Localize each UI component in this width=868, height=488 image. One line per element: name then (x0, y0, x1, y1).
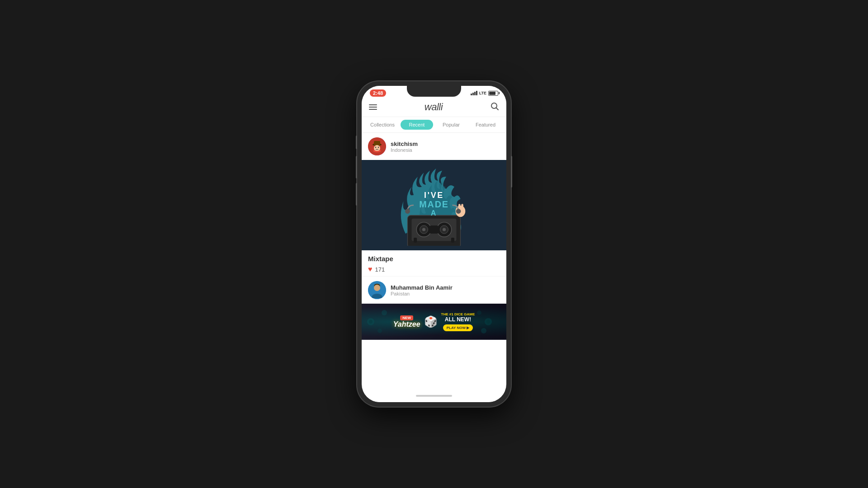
ad-cta-button[interactable]: PLAY NOW ▶ (443, 324, 473, 331)
svg-point-30 (374, 285, 380, 291)
tab-collections[interactable]: Collections (366, 120, 399, 130)
signal-icon (471, 91, 477, 95)
svg-point-27 (456, 209, 461, 214)
ad-brand-section: NEW Yahtzee (393, 315, 420, 328)
svg-text:I'VE: I'VE (424, 191, 444, 200)
post-author-row[interactable]: skitchism Indonesia (362, 133, 506, 160)
phone-screen: 2:48 LTE walli (362, 86, 506, 402)
username-2: Muhammad Bin Aamir (391, 284, 453, 291)
wallpaper-image[interactable]: I'VE MADE A (362, 160, 506, 250)
svg-point-5 (374, 145, 380, 151)
svg-rect-4 (374, 141, 380, 145)
yahtzee-ad-content: NEW Yahtzee 🎲 THE #1 DICE GAME ALL NEW! … (362, 304, 506, 340)
ad-tagline1: THE #1 DICE GAME (441, 312, 475, 316)
heart-icon[interactable]: ♥ (368, 265, 373, 273)
avatar (368, 137, 386, 155)
post2-author-row[interactable]: Muhammad Bin Aamir Pakistan (362, 276, 506, 304)
volume-down-button[interactable] (356, 183, 357, 206)
home-indicator (362, 391, 506, 402)
tab-recent[interactable]: Recent (401, 120, 433, 130)
like-count: 171 (375, 266, 385, 273)
svg-point-38 (477, 310, 481, 315)
battery-level (489, 92, 495, 95)
ad-banner[interactable]: NEW Yahtzee 🎲 THE #1 DICE GAME ALL NEW! … (362, 304, 506, 340)
svg-point-26 (405, 209, 410, 214)
username: skitchism (391, 141, 418, 147)
like-row: ♥ 171 (368, 265, 500, 273)
user2-info: Muhammad Bin Aamir Pakistan (391, 284, 453, 296)
tab-featured[interactable]: Featured (469, 120, 502, 130)
time-display: 2:48 (370, 89, 386, 97)
svg-text:A: A (431, 209, 437, 217)
app-logo: walli (425, 101, 443, 113)
svg-text:MIXTAPE: MIXTAPE (403, 244, 464, 246)
wallpaper-title: Mixtape (368, 255, 500, 263)
svg-point-7 (378, 147, 379, 148)
svg-point-32 (369, 320, 373, 324)
ad-tagline2: ALL NEW! (445, 316, 471, 323)
user-location: Indonesia (391, 147, 418, 153)
svg-text:MADE: MADE (419, 199, 448, 209)
svg-point-37 (377, 328, 382, 333)
svg-point-6 (375, 147, 376, 148)
svg-rect-19 (451, 238, 454, 243)
power-button[interactable] (511, 156, 512, 188)
ad-dice-icon: 🎲 (424, 315, 438, 328)
status-bar: 2:48 LTE (362, 86, 506, 99)
post-info-row: Mixtape ♥ 171 (362, 250, 506, 276)
user2-location: Pakistan (391, 291, 453, 296)
menu-button[interactable] (369, 104, 377, 110)
svg-point-35 (382, 310, 387, 315)
svg-point-36 (481, 328, 486, 333)
app-header: walli (362, 99, 506, 117)
avatar-2 (368, 281, 386, 299)
svg-rect-25 (461, 204, 463, 210)
tab-popular[interactable]: Popular (435, 120, 467, 130)
network-type: LTE (479, 91, 486, 95)
user-info: skitchism Indonesia (391, 141, 418, 153)
search-button[interactable] (490, 102, 499, 113)
svg-point-34 (486, 320, 490, 324)
ad-brand-name: Yahtzee (393, 320, 420, 328)
svg-rect-18 (414, 238, 417, 243)
svg-point-16 (443, 228, 446, 231)
ad-new-label: NEW (400, 315, 413, 320)
volume-mute-button[interactable] (356, 136, 357, 149)
tabs-bar: Collections Recent Popular Featured (362, 117, 506, 133)
phone-frame: 2:48 LTE walli (357, 81, 511, 407)
svg-rect-17 (430, 225, 438, 234)
ad-tagline-section: THE #1 DICE GAME ALL NEW! PLAY NOW ▶ (441, 312, 475, 331)
feed-content: skitchism Indonesia (362, 133, 506, 391)
volume-up-button[interactable] (356, 156, 357, 178)
svg-line-1 (496, 108, 498, 110)
status-icons: LTE (471, 91, 498, 96)
home-bar (416, 395, 452, 397)
notch (407, 86, 461, 97)
svg-point-13 (422, 228, 425, 231)
battery-icon (488, 91, 498, 96)
